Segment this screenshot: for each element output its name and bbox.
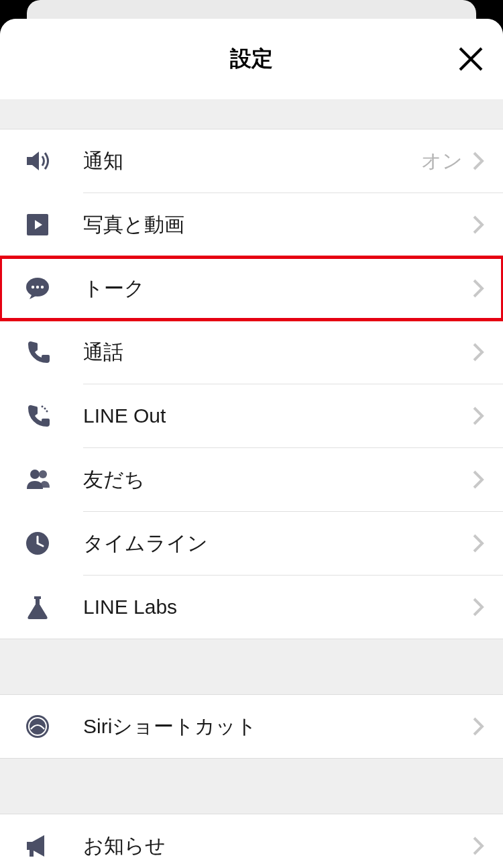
row-label: トーク — [83, 275, 472, 303]
chevron-right-icon — [472, 406, 484, 425]
row-label: 友だち — [83, 466, 472, 494]
settings-row-siri[interactable]: Siriショートカット — [0, 695, 503, 758]
section-gap — [0, 758, 503, 814]
chevron-right-icon — [472, 470, 484, 489]
friends-icon — [24, 466, 83, 493]
row-label: 写真と動画 — [83, 211, 472, 239]
chevron-right-icon — [472, 215, 484, 234]
chevron-right-icon — [472, 717, 484, 736]
row-label: 通知 — [83, 148, 421, 175]
close-button[interactable] — [457, 46, 484, 72]
header-gap — [0, 99, 503, 129]
row-label: Siriショートカット — [83, 713, 472, 741]
siri-icon — [24, 713, 83, 740]
chevron-right-icon — [472, 343, 484, 362]
settings-section: お知らせヘルプセンター — [0, 814, 503, 868]
phone-icon — [24, 339, 83, 366]
row-label: LINE Labs — [83, 596, 472, 618]
settings-row-friends[interactable]: 友だち — [0, 448, 503, 511]
settings-row-play[interactable]: 写真と動画 — [0, 193, 503, 256]
clock-icon — [24, 530, 83, 557]
settings-row-speaker[interactable]: 通知オン — [0, 129, 503, 193]
play-icon — [24, 211, 83, 238]
chevron-right-icon — [472, 152, 484, 170]
header: 設定 — [0, 19, 503, 99]
section-gap — [0, 639, 503, 695]
row-label: お知らせ — [83, 832, 472, 860]
flask-icon — [24, 594, 83, 620]
row-label: LINE Out — [83, 404, 472, 427]
row-value: オン — [421, 148, 463, 175]
chevron-right-icon — [472, 534, 484, 553]
settings-section: 通知オン写真と動画トーク通話LINE Out友だちタイムラインLINE Labs — [0, 129, 503, 639]
phone-out-icon — [24, 402, 83, 429]
settings-row-flask[interactable]: LINE Labs — [0, 576, 503, 639]
settings-row-megaphone[interactable]: お知らせ — [0, 814, 503, 868]
close-icon — [457, 46, 484, 72]
chevron-right-icon — [472, 598, 484, 616]
settings-row-phone-out[interactable]: LINE Out — [0, 384, 503, 447]
chevron-right-icon — [472, 279, 484, 298]
megaphone-icon — [24, 832, 83, 859]
settings-row-phone[interactable]: 通話 — [0, 321, 503, 384]
speaker-icon — [24, 148, 83, 174]
settings-sheet: 設定 通知オン写真と動画トーク通話LINE Out友だちタイムラインLINE L… — [0, 19, 503, 868]
chevron-right-icon — [472, 836, 484, 855]
page-title: 設定 — [230, 44, 273, 74]
row-label: 通話 — [83, 339, 472, 366]
settings-row-chat[interactable]: トーク — [0, 257, 503, 320]
settings-row-clock[interactable]: タイムライン — [0, 512, 503, 575]
row-label: タイムライン — [83, 530, 472, 557]
settings-section: Siriショートカット — [0, 695, 503, 758]
chat-icon — [24, 275, 83, 302]
backdrop-sheet — [27, 0, 476, 19]
